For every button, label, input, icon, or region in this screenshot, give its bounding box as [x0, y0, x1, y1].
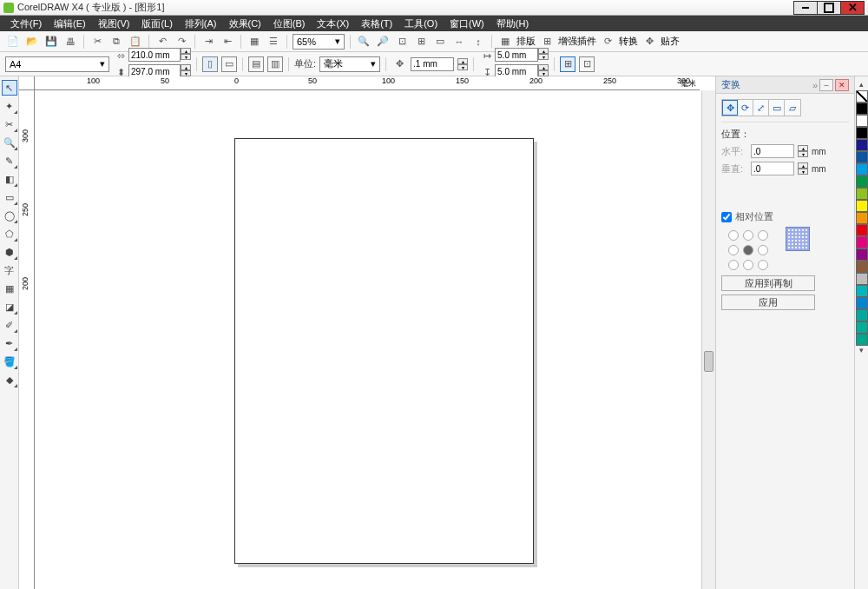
scrollbar-thumb[interactable]	[704, 351, 713, 372]
swatch[interactable]	[856, 163, 868, 175]
save-button[interactable]: 💾	[43, 34, 59, 50]
apply-duplicate-button[interactable]: 应用到再制	[721, 275, 815, 291]
close-button[interactable]: ✕	[840, 1, 865, 15]
menu-window[interactable]: 窗口(W)	[444, 17, 490, 31]
paper-size-combo[interactable]: A4▾	[5, 56, 109, 72]
interactive-tool[interactable]: ◪	[2, 299, 17, 314]
landscape-button[interactable]: ▭	[221, 56, 237, 72]
basic-shapes-tool[interactable]: ⬢	[2, 244, 17, 260]
anchor-grid[interactable]	[728, 230, 770, 272]
freehand-tool[interactable]: ✎	[2, 153, 17, 169]
group-plugin-icon[interactable]: ⊞	[539, 34, 555, 50]
v-input[interactable]	[751, 162, 794, 175]
menu-edit[interactable]: 编辑(E)	[49, 17, 91, 31]
palette-up[interactable]: ▴	[859, 80, 864, 90]
menu-tools[interactable]: 工具(O)	[399, 17, 443, 31]
zoom-combo[interactable]: 65%▾	[293, 34, 345, 50]
swatch[interactable]	[856, 175, 868, 188]
swatch[interactable]	[856, 139, 868, 151]
menu-arrange[interactable]: 排列(A)	[180, 17, 222, 31]
group-convert-icon[interactable]: ⟳	[600, 34, 615, 50]
table-tool[interactable]: ▦	[2, 281, 17, 296]
menu-table[interactable]: 表格(T)	[356, 17, 398, 31]
zoom-in-icon[interactable]: 🔍	[356, 34, 372, 50]
undo-button[interactable]: ↶	[155, 34, 170, 50]
swatch[interactable]	[856, 273, 868, 285]
maximize-button[interactable]	[817, 1, 841, 15]
cut-button[interactable]: ✂	[89, 34, 105, 50]
outline-tool[interactable]: ✒	[2, 335, 17, 351]
drawing-canvas[interactable]	[35, 90, 700, 589]
swatch[interactable]	[856, 309, 868, 321]
portrait-button[interactable]: ▯	[202, 56, 218, 72]
import-button[interactable]: ⇥	[201, 34, 216, 50]
app-launcher-button[interactable]: ▦	[247, 34, 262, 50]
tab-position[interactable]: ✥	[722, 100, 738, 116]
swatch[interactable]	[856, 224, 868, 236]
swatch[interactable]	[856, 285, 868, 297]
polygon-tool[interactable]: ⬠	[2, 226, 17, 242]
menu-file[interactable]: 文件(F)	[5, 17, 47, 31]
tab-scale[interactable]: ⤢	[753, 100, 769, 116]
menu-view[interactable]: 视图(V)	[93, 17, 135, 31]
paste-button[interactable]: 📋	[128, 34, 143, 50]
smart-fill-tool[interactable]: ◧	[2, 171, 17, 187]
welcome-button[interactable]: ☰	[266, 34, 281, 50]
swatch[interactable]	[856, 151, 868, 163]
group-layout-icon[interactable]: ▦	[497, 34, 513, 50]
tab-size[interactable]: ▭	[769, 100, 785, 116]
interactive-fill-tool[interactable]: ◆	[2, 372, 17, 387]
zoom-width-icon[interactable]: ↔	[451, 34, 467, 50]
zoom-tool[interactable]: 🔍	[2, 135, 17, 150]
swatch[interactable]	[856, 115, 868, 127]
zoom-all-icon[interactable]: ⊞	[413, 34, 429, 50]
page-width-input[interactable]: 210.0 mm	[128, 48, 181, 62]
ruler-origin[interactable]	[19, 76, 35, 90]
new-button[interactable]: 📄	[5, 34, 21, 50]
text-tool[interactable]: 字	[2, 262, 17, 278]
zoom-page-icon[interactable]: ▭	[432, 34, 448, 50]
ruler-horizontal[interactable]: 100 50 0 50 100 150 200 250 300 毫米	[35, 76, 700, 90]
menu-effects[interactable]: 效果(C)	[224, 17, 266, 31]
swatch[interactable]	[856, 248, 868, 261]
current-page-button[interactable]: ▥	[267, 56, 283, 72]
docker-close-button[interactable]: ✕	[835, 79, 849, 91]
group-snap-icon[interactable]: ✥	[641, 34, 657, 50]
swatch[interactable]	[856, 127, 868, 139]
crop-tool[interactable]: ✂	[2, 116, 17, 132]
eyedropper-tool[interactable]: ✐	[2, 317, 17, 333]
snap-toggle-2[interactable]: ⊡	[579, 56, 595, 72]
open-button[interactable]: 📂	[24, 34, 40, 50]
swatch[interactable]	[856, 188, 868, 200]
menu-help[interactable]: 帮助(H)	[491, 17, 534, 31]
swatch[interactable]	[856, 236, 868, 248]
menu-bitmaps[interactable]: 位图(B)	[268, 17, 311, 31]
ruler-vertical[interactable]: 300 250 200	[19, 90, 35, 589]
h-input[interactable]	[751, 144, 794, 158]
swatch[interactable]	[856, 103, 868, 115]
all-pages-button[interactable]: ▤	[248, 56, 264, 72]
dup-x-input[interactable]: 5.0 mm	[495, 48, 538, 62]
tab-skew[interactable]: ▱	[785, 100, 800, 116]
swatch[interactable]	[856, 261, 868, 273]
pick-tool[interactable]: ↖	[2, 80, 17, 96]
minimize-button[interactable]	[793, 1, 818, 15]
zoom-height-icon[interactable]: ↕	[470, 34, 486, 50]
rectangle-tool[interactable]: ▭	[2, 189, 17, 205]
vertical-scrollbar[interactable]	[701, 90, 715, 589]
export-button[interactable]: ⇤	[220, 34, 235, 50]
zoom-selection-icon[interactable]: ⊡	[394, 34, 410, 50]
swatch[interactable]	[856, 212, 868, 224]
ellipse-tool[interactable]: ◯	[2, 208, 17, 223]
zoom-out-icon[interactable]: 🔎	[375, 34, 391, 50]
menu-text[interactable]: 文本(X)	[312, 17, 354, 31]
docker-header[interactable]: 变换 » – ✕	[716, 76, 854, 94]
swatch[interactable]	[856, 297, 868, 309]
print-button[interactable]: 🖶	[62, 34, 78, 50]
swatch[interactable]	[856, 334, 868, 346]
fill-tool[interactable]: 🪣	[2, 354, 17, 369]
copy-button[interactable]: ⧉	[108, 34, 124, 50]
redo-button[interactable]: ↷	[174, 34, 189, 50]
apply-button[interactable]: 应用	[721, 294, 815, 310]
swatch[interactable]	[856, 200, 868, 212]
